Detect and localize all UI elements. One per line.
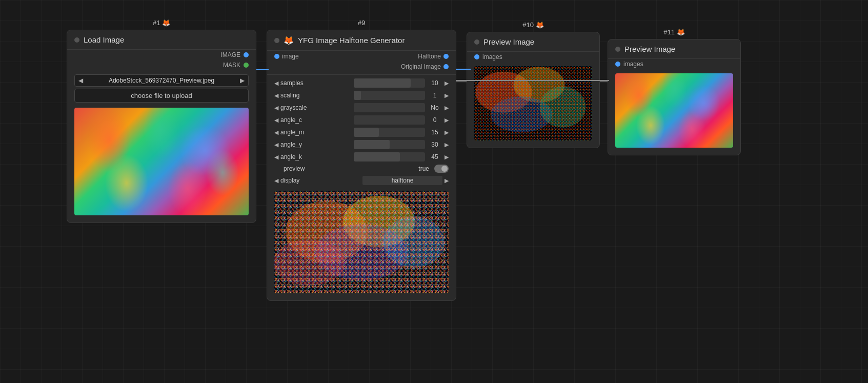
param-anglek-left[interactable]: ◀ (274, 154, 278, 160)
halftone-emoji: 🦊 (284, 35, 294, 45)
port-image-in: image (274, 53, 299, 60)
param-samples: ◀ samples 10 ▶ (267, 77, 456, 89)
node-header-preview1: Preview Image (467, 32, 599, 52)
svg-rect-9 (274, 191, 449, 293)
svg-point-16 (514, 67, 565, 103)
filename-next-arrow[interactable]: ▶ (236, 75, 248, 86)
port-mask-label: MASK (223, 62, 240, 69)
param-scaling-slider[interactable] (354, 91, 425, 100)
node-header-halftone: 🦊 YFG Image Halftone Generator (267, 30, 456, 51)
node-status-dot (74, 37, 79, 43)
param-anglem-slider[interactable] (354, 128, 425, 137)
halftone-preview-image (274, 191, 449, 293)
preview-image-box-1 (474, 66, 592, 140)
param-anglec-value: 0 (427, 116, 442, 124)
port-image-label: IMAGE (220, 51, 240, 58)
param-angle-y: ◀ angle_y 30 ▶ (267, 138, 456, 151)
param-grayscale-label: grayscale (280, 104, 352, 111)
param-anglec-label: angle_c (280, 116, 352, 124)
node-dot-preview2 (615, 47, 620, 52)
filename-selector[interactable]: ◀ AdobeStock_569372470_Preview.jpeg ▶ (74, 74, 249, 87)
port-images-dot-2 (615, 62, 620, 67)
port-in-dot (274, 54, 279, 59)
halftone-dots-image (274, 191, 449, 293)
param-scaling-left[interactable]: ◀ (274, 92, 278, 99)
port-images-in-1: images (467, 52, 599, 62)
port-halftone-dot (443, 54, 449, 59)
param-display-label: display (280, 177, 360, 184)
node-title-preview1: Preview Image (483, 37, 534, 46)
param-grayscale-right[interactable]: ▶ (445, 105, 449, 111)
port-halftone-out: Halftone (418, 53, 449, 60)
svg-point-7 (383, 216, 445, 268)
node-header-preview2: Preview Image (608, 39, 740, 59)
port-images-in-2: images (608, 59, 740, 69)
param-angley-right[interactable]: ▶ (445, 142, 449, 148)
port-original-label: Original Image (401, 63, 441, 70)
toggle-preview-value: true (418, 165, 429, 172)
param-samples-slider[interactable] (354, 78, 425, 88)
param-display-slider: halftone (362, 176, 442, 185)
filename-display: AdobeStock_569372470_Preview.jpeg (87, 77, 236, 84)
svg-rect-21 (474, 66, 592, 140)
node-preview-image-10: #10 🦊 Preview Image images (467, 32, 600, 148)
port-mask-dot (244, 63, 249, 68)
param-grayscale-slider[interactable] (354, 103, 425, 112)
upload-button[interactable]: choose file to upload (74, 89, 249, 103)
node-title-load: Load Image (84, 35, 124, 44)
svg-point-5 (343, 196, 415, 247)
param-grayscale-left[interactable]: ◀ (274, 105, 278, 111)
preview-image-box-2 (615, 73, 733, 148)
param-anglec-right[interactable]: ▶ (445, 117, 449, 124)
param-grayscale: ◀ grayscale No ▶ (267, 102, 456, 114)
node-header-load: Load Image (67, 30, 256, 50)
param-scaling-right[interactable]: ▶ (445, 92, 449, 99)
node-title-halftone: YFG Image Halftone Generator (298, 36, 405, 45)
param-samples-right[interactable]: ▶ (445, 80, 449, 87)
param-anglec-left[interactable]: ◀ (274, 117, 278, 124)
node-status-dot-halftone (274, 38, 279, 43)
param-samples-left[interactable]: ◀ (274, 80, 278, 87)
svg-rect-14 (474, 66, 592, 140)
svg-point-15 (476, 72, 532, 113)
param-angley-left[interactable]: ◀ (274, 142, 278, 148)
svg-point-4 (286, 201, 368, 263)
param-anglec-slider[interactable] (354, 115, 425, 125)
node-badge-preview1: #10 🦊 (522, 21, 543, 29)
toggle-preview-switch[interactable] (434, 165, 449, 173)
node-badge-number: #9 (358, 19, 365, 27)
param-anglem-label: angle_m (280, 129, 352, 136)
load-image-preview (74, 108, 249, 215)
preview-image-content-2 (615, 73, 733, 148)
node-badge-label: #1 🦊 (153, 19, 170, 27)
param-anglem-right[interactable]: ▶ (445, 129, 449, 136)
param-angley-value: 30 (427, 141, 442, 148)
port-original-out: Original Image (401, 63, 449, 70)
param-angle-c: ◀ angle_c 0 ▶ (267, 114, 456, 126)
svg-rect-20 (474, 66, 592, 140)
param-display: ◀ display halftone ▶ (267, 174, 456, 187)
svg-point-8 (274, 239, 345, 286)
svg-rect-3 (274, 191, 449, 293)
toggle-preview-row: preview true (267, 163, 456, 174)
node-badge-preview2: #11 🦊 (663, 28, 684, 36)
port-halftone-label: Halftone (418, 53, 441, 60)
param-angley-slider[interactable] (354, 140, 425, 149)
param-display-left[interactable]: ◀ (274, 177, 278, 184)
svg-rect-10 (274, 191, 449, 293)
leaves-image (74, 108, 249, 215)
port-image-dot (244, 52, 249, 57)
param-display-right[interactable]: ▶ (445, 177, 449, 184)
node-title-preview2: Preview Image (624, 45, 675, 53)
port-images-dot-1 (474, 54, 479, 59)
param-anglek-right[interactable]: ▶ (445, 154, 449, 160)
toggle-preview-label: preview (274, 165, 416, 172)
svg-rect-19 (474, 66, 592, 140)
param-anglem-left[interactable]: ◀ (274, 129, 278, 136)
param-samples-value: 10 (427, 79, 442, 87)
filename-prev-arrow[interactable]: ◀ (75, 75, 87, 86)
preview-image-content-1 (474, 66, 592, 140)
param-scaling-label: scaling (280, 92, 352, 99)
param-anglek-slider[interactable] (354, 152, 425, 162)
param-angle-k: ◀ angle_k 45 ▶ (267, 151, 456, 163)
